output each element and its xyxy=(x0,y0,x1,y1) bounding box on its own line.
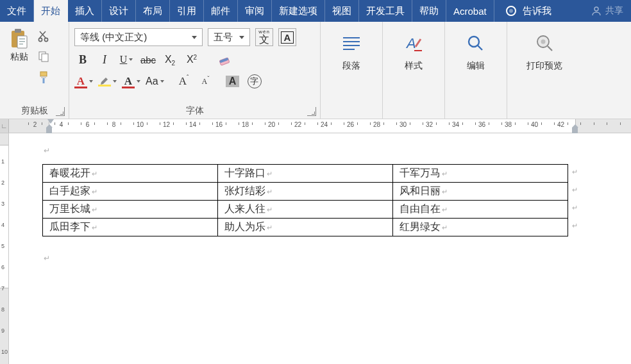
font-name-select[interactable]: 等线 (中文正文) xyxy=(74,28,203,46)
vertical-ruler[interactable]: 12345678910 xyxy=(0,133,9,364)
font-color-button[interactable]: A xyxy=(74,73,93,90)
table-cell[interactable]: 春暖花开↵ xyxy=(43,165,218,183)
paragraph-button[interactable]: 段落 xyxy=(326,26,377,72)
tab-帮助[interactable]: 帮助 xyxy=(412,0,446,22)
group-paragraph: 段落 xyxy=(321,22,383,119)
clear-format-button[interactable] xyxy=(217,51,233,68)
svg-rect-17 xyxy=(343,41,360,42)
grow-font-button[interactable]: Aˆ xyxy=(176,73,192,90)
ribbon: 粘贴 剪贴板 等线 ( xyxy=(0,22,631,119)
table-cell[interactable]: 红男绿女↵ xyxy=(393,219,568,236)
tab-插入[interactable]: 插入 xyxy=(68,0,102,22)
table-cell[interactable]: 助人为乐↵ xyxy=(218,219,393,236)
cell-mark: ↵ xyxy=(92,224,97,231)
document-table[interactable]: 春暖花开↵十字路口↵千军万马↵白手起家↵张灯结彩↵风和日丽↵万里长城↵人来人往↵… xyxy=(42,164,568,236)
phonetic-guide-button[interactable]: wén文 xyxy=(255,28,273,46)
tell-me-icon[interactable] xyxy=(500,0,523,22)
styles-button[interactable]: A 样式 xyxy=(388,26,439,72)
tell-me-text[interactable]: 告诉我 xyxy=(523,0,560,22)
shrink-font-button[interactable]: Aˇ xyxy=(198,73,214,90)
page[interactable]: ↵ 春暖花开↵十字路口↵千军万马↵白手起家↵张灯结彩↵风和日丽↵万里长城↵人来人… xyxy=(19,133,625,364)
table-row[interactable]: 春暖花开↵十字路口↵千军万马↵ xyxy=(43,165,568,183)
cell-mark: ↵ xyxy=(92,206,97,213)
tab-视图[interactable]: 视图 xyxy=(325,0,359,22)
cell-mark: ↵ xyxy=(92,170,97,178)
bold-button[interactable]: B xyxy=(74,51,91,68)
document-area[interactable]: 12345678910 ↵ 春暖花开↵十字路口↵千军万马↵白手起家↵张灯结彩↵风… xyxy=(0,133,631,364)
styles-icon: A xyxy=(388,29,439,58)
tab-Acrobat[interactable]: Acrobat xyxy=(446,0,494,22)
paste-button[interactable]: 粘贴 xyxy=(5,28,33,85)
tab-引用[interactable]: 引用 xyxy=(170,0,204,22)
table-cell[interactable]: 瓜田李下↵ xyxy=(43,219,218,236)
copy-button[interactable] xyxy=(37,50,51,64)
tab-开发工具[interactable]: 开发工具 xyxy=(359,0,412,22)
table-cell[interactable]: 人来人往↵ xyxy=(218,201,393,219)
italic-button[interactable]: I xyxy=(96,51,113,68)
tab-文件[interactable]: 文件 xyxy=(0,0,34,22)
tab-邮件[interactable]: 邮件 xyxy=(204,0,238,22)
print-preview-button[interactable]: 打印预览 xyxy=(512,26,576,72)
cell-mark: ↵ xyxy=(267,206,273,213)
char-border-button[interactable]: A xyxy=(278,28,296,46)
table-cell[interactable]: 万里长城↵ xyxy=(43,201,218,219)
horizontal-ruler[interactable]: ∟ 24681012141618202224262830323436384042 xyxy=(0,119,631,133)
text-outline-button[interactable]: A xyxy=(122,73,140,90)
table-cell[interactable]: 十字路口↵ xyxy=(218,165,393,183)
first-line-indent[interactable] xyxy=(47,119,54,124)
svg-point-22 xyxy=(469,37,479,47)
underline-button[interactable]: U xyxy=(118,51,135,68)
table-cell[interactable]: 风和日丽↵ xyxy=(393,183,568,201)
svg-text:A: A xyxy=(405,35,416,51)
font-size-select[interactable]: 五号 xyxy=(208,28,250,46)
cell-mark: ↵ xyxy=(442,188,448,195)
table-cell[interactable]: 白手起家↵ xyxy=(43,183,218,201)
edit-button[interactable]: 编辑 xyxy=(450,26,501,72)
row-end-mark: ↵ xyxy=(572,204,578,212)
table-cell[interactable]: 张灯结彩↵ xyxy=(218,183,393,201)
svg-rect-2 xyxy=(15,29,21,33)
font-launcher[interactable] xyxy=(307,107,316,116)
paragraph-mark: ↵ xyxy=(44,254,50,263)
group-styles: A 样式 xyxy=(383,22,445,119)
group-edit: 编辑 xyxy=(445,22,507,119)
strike-button[interactable]: abc xyxy=(140,51,156,68)
table-row[interactable]: 瓜田李下↵助人为乐↵红男绿女↵ xyxy=(43,219,568,236)
styles-label: 样式 xyxy=(388,60,439,72)
format-painter-button[interactable] xyxy=(37,70,51,85)
clipboard-launcher[interactable] xyxy=(56,107,65,116)
highlight-button[interactable] xyxy=(98,73,117,90)
tab-设计[interactable]: 设计 xyxy=(102,0,136,22)
svg-rect-18 xyxy=(343,45,360,46)
cell-mark: ↵ xyxy=(267,170,273,178)
superscript-button[interactable]: X2 xyxy=(183,51,200,68)
share-icon xyxy=(591,6,602,16)
svg-rect-5 xyxy=(19,41,25,42)
enclose-char-button[interactable]: 字 xyxy=(246,73,263,90)
paragraph-icon xyxy=(326,29,377,58)
cut-button[interactable] xyxy=(37,29,51,44)
table-row[interactable]: 万里长城↵人来人往↵自由自在↵ xyxy=(43,201,568,219)
share-button[interactable]: 共享 xyxy=(584,0,631,22)
group-clipboard: 粘贴 剪贴板 xyxy=(0,22,69,119)
table-row[interactable]: 白手起家↵张灯结彩↵风和日丽↵ xyxy=(43,183,568,201)
svg-rect-12 xyxy=(41,76,46,78)
group-label-font: 字体 xyxy=(186,105,204,117)
tab-开始[interactable]: 开始 xyxy=(34,0,68,22)
table-cell[interactable]: 千军万马↵ xyxy=(393,165,568,183)
hanging-indent[interactable] xyxy=(46,128,52,133)
change-case-button[interactable]: Aa xyxy=(146,73,164,90)
table-cell[interactable]: 自由自在↵ xyxy=(393,201,568,219)
share-label: 共享 xyxy=(605,5,623,17)
tab-审阅[interactable]: 审阅 xyxy=(238,0,272,22)
tab-新建选项[interactable]: 新建选项 xyxy=(272,0,325,22)
subscript-button[interactable]: X2 xyxy=(162,51,178,68)
char-shading-button[interactable]: A xyxy=(224,73,241,90)
svg-point-7 xyxy=(38,38,42,41)
paste-icon xyxy=(10,28,28,49)
tab-布局[interactable]: 布局 xyxy=(136,0,170,22)
right-indent[interactable] xyxy=(572,128,578,133)
tab-selector[interactable]: ∟ xyxy=(0,119,9,133)
svg-rect-11 xyxy=(40,72,47,76)
svg-rect-13 xyxy=(43,78,45,83)
